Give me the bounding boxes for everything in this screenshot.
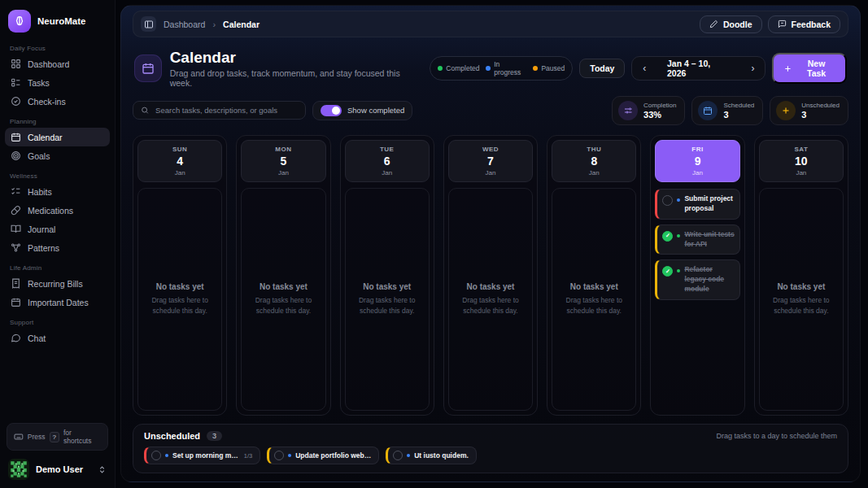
keyboard-icon <box>14 432 24 442</box>
sidebar-item-label: Dashboard <box>28 59 69 69</box>
stat-label: Unscheduled <box>801 102 840 109</box>
day-dow: SAT <box>763 146 840 153</box>
panel-left-icon <box>144 20 154 29</box>
unscheduled-task-update-portfolio[interactable]: Update portfolio web… <box>267 447 379 464</box>
sidebar-item-habits[interactable]: Habits <box>5 182 110 201</box>
day-dow: WED <box>452 146 529 153</box>
priority-dot <box>677 234 680 237</box>
show-completed-toggle[interactable]: Show completed <box>312 101 412 120</box>
stat-unscheduled: Unscheduled 3 <box>770 96 848 125</box>
sidebar-item-label: Tasks <box>28 78 50 88</box>
task-title: Update portfolio web… <box>295 451 371 460</box>
sidebar-item-chat[interactable]: Chat <box>5 329 110 347</box>
receipt-icon <box>11 278 21 289</box>
task-checkbox[interactable] <box>274 451 284 460</box>
day-dropzone[interactable]: No tasks yet Drag tasks here to schedule… <box>137 188 222 411</box>
sidebar-item-recurring-bills[interactable]: Recurring Bills <box>5 274 110 293</box>
calendar-icon <box>11 132 21 142</box>
day-dropzone[interactable]: Submit project proposal Write unit tests… <box>655 188 739 411</box>
sidebar-item-dashboard[interactable]: Dashboard <box>5 54 110 73</box>
avatar <box>8 459 29 480</box>
sidebar-toggle-button[interactable] <box>141 16 156 32</box>
sidebar-item-medications[interactable]: Medications <box>5 201 110 220</box>
breadcrumb-calendar: Calendar <box>223 20 260 29</box>
stat-completion: Completion 33% <box>612 96 685 125</box>
day-column-thu: THU 8 Jan No tasks yet Drag tasks here t… <box>547 135 641 416</box>
day-header-fri-today[interactable]: FRI 9 Jan <box>655 140 739 182</box>
feedback-button[interactable]: Feedback <box>768 15 840 33</box>
doodle-button[interactable]: Doodle <box>700 15 762 33</box>
target-icon <box>11 150 21 161</box>
empty-state-title: No tasks yet <box>363 282 411 291</box>
day-dropzone[interactable]: No tasks yet Drag tasks here to schedule… <box>759 188 844 411</box>
search-input[interactable] <box>154 105 298 115</box>
sidebar-item-important-dates[interactable]: Important Dates <box>5 293 110 312</box>
sidebar-item-patterns[interactable]: Patterns <box>5 238 110 257</box>
user-menu[interactable]: Demo User <box>5 451 110 481</box>
next-week-button[interactable]: › <box>745 60 761 76</box>
week-range-label: Jan 4 – 10, 2026 <box>654 59 744 78</box>
today-button[interactable]: Today <box>579 59 625 78</box>
task-title: Ut iusto quidem. <box>414 451 469 460</box>
day-month: Jan <box>763 169 840 176</box>
search-box[interactable] <box>133 101 306 120</box>
day-dropzone[interactable]: No tasks yet Drag tasks here to schedule… <box>241 188 325 411</box>
priority-dot <box>407 454 410 457</box>
sidebar-item-tasks[interactable]: Tasks <box>5 73 110 92</box>
sidebar-item-check-ins[interactable]: Check-ins <box>5 92 110 111</box>
task-checkbox[interactable] <box>151 451 161 460</box>
day-dropzone[interactable]: No tasks yet Drag tasks here to schedule… <box>345 188 430 411</box>
task-card-submit-project-proposal[interactable]: Submit project proposal <box>655 189 739 220</box>
task-checkbox[interactable] <box>662 195 673 206</box>
task-card-write-unit-tests[interactable]: Write unit tests for API <box>655 224 739 255</box>
unscheduled-tray: Unscheduled 3 Drag tasks to a day to sch… <box>133 424 848 473</box>
empty-state-title: No tasks yet <box>156 282 204 291</box>
day-header-sat[interactable]: SAT 10 Jan <box>759 140 844 182</box>
dashboard-icon <box>11 59 21 69</box>
unscheduled-task-set-up-morning[interactable]: Set up morning m… 1/3 <box>144 447 260 464</box>
section-label-daily-focus: Daily Focus <box>5 37 110 54</box>
task-checkbox[interactable] <box>393 451 403 460</box>
prev-week-button[interactable]: ‹ <box>636 60 652 76</box>
sidebar-item-journal[interactable]: Journal <box>5 220 110 238</box>
legend-paused: Paused <box>533 64 565 72</box>
week-range-nav: ‹ Jan 4 – 10, 2026 › <box>631 56 765 81</box>
sidebar-item-calendar[interactable]: Calendar <box>5 128 110 146</box>
plus-icon <box>783 64 792 73</box>
empty-state-hint: Drag tasks here to schedule this day. <box>456 295 526 316</box>
task-card-refactor-legacy-code[interactable]: Refactor legacy code module <box>655 259 739 300</box>
stat-value: 33% <box>643 110 676 120</box>
empty-state-hint: Drag tasks here to schedule this day. <box>766 295 836 316</box>
pencil-icon <box>709 20 718 28</box>
sidebar-item-label: Goals <box>28 151 50 161</box>
legend-completed-label: Completed <box>446 64 479 72</box>
day-month: Jan <box>659 169 735 176</box>
day-header-sun[interactable]: SUN 4 Jan <box>137 140 222 182</box>
toggle-switch[interactable] <box>321 105 342 116</box>
day-header-mon[interactable]: MON 5 Jan <box>241 140 325 182</box>
day-dropzone[interactable]: No tasks yet Drag tasks here to schedule… <box>448 188 533 411</box>
task-checkbox-checked[interactable] <box>662 231 673 242</box>
app-logo[interactable]: NeuroMate <box>5 8 110 37</box>
day-dow: TUE <box>349 146 425 153</box>
breadcrumb-dashboard[interactable]: Dashboard <box>164 20 205 29</box>
priority-dot <box>677 198 680 202</box>
day-date: 5 <box>245 155 321 168</box>
unscheduled-task-ut-iusto[interactable]: Ut iusto quidem. <box>386 447 477 464</box>
unscheduled-title: Unscheduled <box>144 431 200 441</box>
app-name: NeuroMate <box>37 16 85 26</box>
day-header-tue[interactable]: TUE 6 Jan <box>345 140 430 182</box>
pattern-nodes-icon <box>11 242 21 253</box>
task-checkbox-checked[interactable] <box>662 266 673 277</box>
sliders-icon <box>618 101 638 120</box>
day-month: Jan <box>349 169 425 176</box>
new-task-button[interactable]: New Task <box>772 53 847 84</box>
sidebar-item-label: Calendar <box>28 133 63 142</box>
day-dropzone[interactable]: No tasks yet Drag tasks here to schedule… <box>552 188 636 411</box>
day-header-thu[interactable]: THU 8 Jan <box>552 140 636 182</box>
sidebar: NeuroMate Daily Focus Dashboard Tasks Ch… <box>0 0 116 488</box>
section-label-life-admin: Life Admin <box>5 257 110 274</box>
sidebar-item-goals[interactable]: Goals <box>5 146 110 165</box>
day-header-wed[interactable]: WED 7 Jan <box>448 140 533 182</box>
message-square-icon <box>778 20 787 28</box>
